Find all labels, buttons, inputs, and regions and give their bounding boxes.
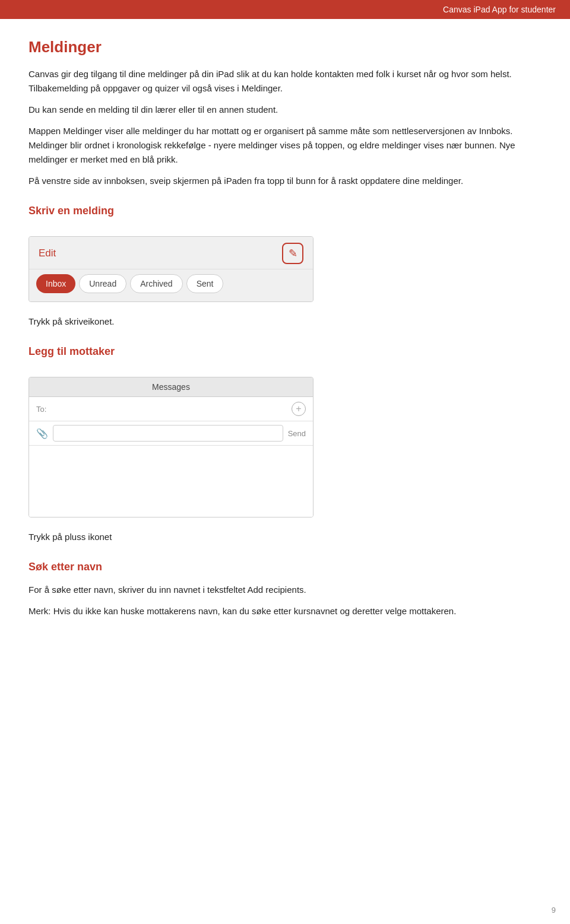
plus-icon: +	[296, 404, 301, 414]
section2-description: Trykk på pluss ikonet	[28, 530, 542, 544]
main-content: Meldinger Canvas gir deg tilgang til din…	[0, 19, 570, 654]
paragraph-3: Mappen Meldinger viser alle meldinger du…	[28, 124, 542, 167]
paragraph-4: På venstre side av innboksen, sveip skje…	[28, 174, 542, 188]
page-header: Canvas iPad App for studenter	[0, 0, 570, 19]
messages-text-input[interactable]	[53, 425, 283, 442]
tab-unread[interactable]: Unread	[79, 274, 126, 293]
attach-icon: 📎	[36, 428, 48, 439]
section1-title: Skriv en melding	[28, 205, 542, 217]
messages-to-row: To: +	[29, 397, 313, 421]
inbox-mockup: Edit ✎ Inbox Unread Archived Sent	[28, 236, 314, 302]
messages-mockup: Messages To: + 📎 Send	[28, 377, 314, 517]
tab-archived[interactable]: Archived	[130, 274, 182, 293]
messages-header: Messages	[29, 377, 313, 397]
section3-title: Søk etter navn	[28, 561, 542, 573]
messages-to-label: To:	[36, 405, 53, 414]
section3-paragraph-1: For å søke etter navn, skriver du inn na…	[28, 583, 542, 597]
inbox-toolbar: Edit ✎	[29, 237, 313, 269]
section1-description: Trykk på skriveikonet.	[28, 315, 542, 329]
inbox-tabs: Inbox Unread Archived Sent	[29, 269, 313, 301]
paragraph-1: Canvas gir deg tilgang til dine meldinge…	[28, 67, 542, 96]
messages-add-recipient-button[interactable]: +	[292, 402, 306, 416]
header-title: Canvas iPad App for studenter	[443, 5, 556, 14]
messages-body	[29, 446, 313, 517]
tab-sent[interactable]: Sent	[186, 274, 224, 293]
paragraph-2: Du kan sende en melding til din lærer el…	[28, 103, 542, 117]
page-number: 9	[552, 906, 556, 915]
compose-icon: ✎	[289, 247, 297, 260]
section3-paragraph-2: Merk: Hvis du ikke kan huske mottakerens…	[28, 604, 542, 618]
tab-inbox[interactable]: Inbox	[36, 274, 75, 293]
inbox-edit-button[interactable]: Edit	[39, 247, 56, 259]
section2-title: Legg til mottaker	[28, 345, 542, 358]
messages-send-button[interactable]: Send	[288, 429, 306, 438]
messages-compose-row: 📎 Send	[29, 421, 313, 446]
page-title: Meldinger	[28, 38, 542, 56]
compose-button[interactable]: ✎	[282, 243, 303, 264]
